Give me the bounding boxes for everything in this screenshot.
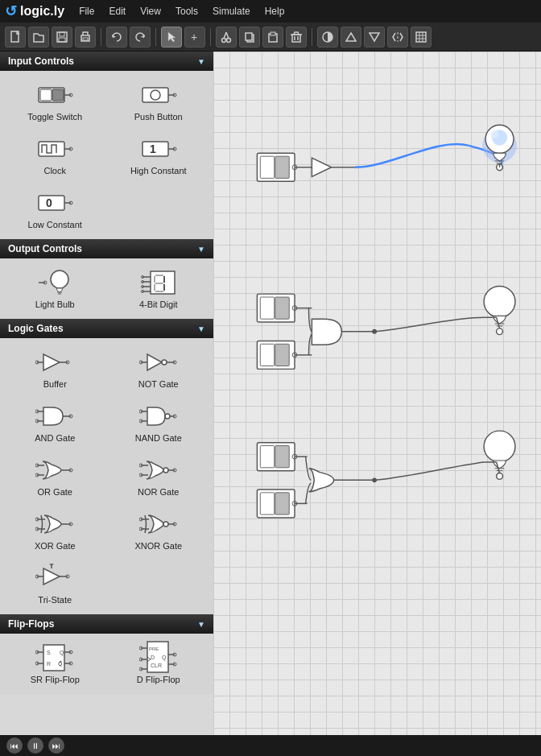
input-controls-content: Toggle Switch Push Button [0, 71, 213, 239]
nor-gate-icon [139, 456, 178, 485]
xnor-gate-item[interactable]: XNOR Gate [109, 505, 209, 556]
svg-line-10 [226, 32, 229, 39]
play-button[interactable]: ⏭ [48, 737, 64, 754]
svg-rect-14 [270, 32, 275, 35]
light-bulb-item[interactable]: Light Bulb [5, 263, 105, 314]
flip-flops-arrow: ▼ [197, 620, 205, 629]
cut-button[interactable] [216, 27, 237, 48]
clock-label: Clock [43, 166, 66, 176]
section-flip-flops[interactable]: Flip-Flops ▼ [0, 614, 213, 634]
tri-state-item[interactable]: Tri-State [5, 559, 105, 609]
grid-button[interactable] [411, 27, 432, 48]
svg-marker-159 [312, 158, 331, 176]
svg-point-7 [222, 38, 226, 42]
svg-point-116 [163, 522, 168, 527]
and-gate-icon [35, 402, 74, 431]
invert-button[interactable] [317, 27, 338, 48]
or-gate-item[interactable]: OR Gate [5, 451, 105, 502]
undo-button[interactable] [106, 27, 127, 48]
bottom-bar: ⏮ ⏸ ⏭ [0, 735, 541, 756]
xor-gate-item[interactable]: XOR Gate [5, 505, 105, 556]
print-button[interactable] [75, 27, 96, 48]
svg-rect-155 [260, 156, 274, 178]
svg-text:S: S [47, 650, 51, 655]
low-constant-item[interactable]: 0 Low Constant [5, 184, 105, 234]
wire-button[interactable]: + [184, 27, 205, 48]
menu-bar: ↺ logic.ly File Edit View Tools Simulate… [0, 0, 541, 23]
menu-simulate[interactable]: Simulate [206, 4, 257, 19]
svg-rect-15 [292, 35, 300, 42]
save-button[interactable] [52, 27, 72, 48]
svg-rect-59 [163, 284, 165, 291]
nand-gate-icon [139, 402, 178, 431]
copy-button[interactable] [239, 27, 260, 48]
svg-marker-21 [370, 33, 379, 41]
sr-flipflop-label: SR Flip-Flop [31, 675, 80, 684]
new-button[interactable] [5, 27, 26, 48]
app-logo: ↺ logic.ly [5, 2, 64, 20]
menu-tools[interactable]: Tools [169, 4, 204, 19]
rotate-down-button[interactable] [364, 27, 385, 48]
section-output-controls[interactable]: Output Controls ▼ [0, 239, 213, 258]
select-button[interactable] [161, 27, 182, 48]
svg-rect-171 [275, 297, 289, 319]
svg-rect-55 [154, 276, 155, 283]
sr-flipflop-icon: S R Q Q̄ [35, 643, 74, 672]
svg-rect-126 [43, 645, 64, 671]
clock-item[interactable]: Clock [5, 130, 105, 180]
nor-gate-item[interactable]: NOR Gate [109, 451, 209, 502]
svg-text:Q: Q [60, 650, 64, 656]
logo-icon: ↺ [5, 2, 17, 20]
svg-rect-30 [52, 89, 64, 101]
svg-rect-170 [260, 297, 274, 319]
svg-rect-29 [40, 89, 52, 101]
svg-point-34 [151, 90, 160, 100]
d-flipflop-item[interactable]: PRE D Q CLR [109, 638, 209, 689]
buffer-item[interactable]: Buffer [5, 343, 105, 394]
svg-text:PRE: PRE [149, 647, 159, 651]
sr-flipflop-item[interactable]: S R Q Q̄ [5, 638, 105, 689]
output-controls-content: Light Bulb [0, 258, 213, 319]
menu-edit[interactable]: Edit [102, 4, 132, 19]
not-gate-label: NOT Gate [138, 379, 179, 389]
flip-button[interactable] [387, 27, 408, 48]
svg-marker-76 [147, 354, 162, 370]
circuit-canvas[interactable] [213, 52, 541, 735]
rotate-up-button[interactable] [341, 27, 361, 48]
menu-file[interactable]: File [72, 4, 101, 19]
nand-gate-item[interactable]: NAND Gate [109, 397, 209, 448]
and-gate-item[interactable]: AND Gate [5, 397, 105, 448]
paste-button[interactable] [262, 27, 283, 48]
svg-text:CLR: CLR [151, 663, 162, 668]
open-button[interactable] [28, 27, 49, 48]
flip-flops-label: Flip-Flops [8, 618, 54, 630]
high-constant-icon: 1 [139, 134, 178, 163]
nand-gate-label: NAND Gate [135, 433, 182, 443]
high-constant-label: High Constant [130, 166, 187, 176]
section-input-controls[interactable]: Input Controls ▼ [0, 52, 213, 71]
4bit-digit-item[interactable]: 4-Bit Digit [109, 263, 209, 314]
output-controls-label: Output Controls [8, 243, 82, 254]
main-area: Input Controls ▼ Toggle Switch [0, 52, 541, 735]
tri-state-label: Tri-State [38, 595, 72, 605]
svg-line-9 [224, 32, 226, 39]
menu-help[interactable]: Help [258, 4, 291, 19]
high-constant-item[interactable]: 1 High Constant [109, 130, 209, 180]
svg-point-50 [51, 271, 68, 288]
redo-button[interactable] [130, 27, 151, 48]
menu-view[interactable]: View [134, 4, 167, 19]
toggle-switch-item[interactable]: Toggle Switch [5, 76, 105, 126]
canvas-area[interactable] [213, 52, 541, 735]
push-button-item[interactable]: Push Button [109, 76, 209, 126]
pause-button[interactable]: ⏸ [27, 737, 43, 754]
delete-button[interactable] [286, 27, 307, 48]
not-gate-item[interactable]: NOT Gate [109, 343, 209, 394]
svg-rect-60 [155, 291, 163, 292]
or-gate-icon [35, 456, 74, 485]
svg-text:+: + [191, 31, 197, 43]
svg-rect-192 [275, 493, 289, 514]
section-logic-gates[interactable]: Logic Gates ▼ [0, 319, 213, 338]
logic-gates-label: Logic Gates [8, 323, 64, 334]
rewind-button[interactable]: ⏮ [6, 737, 23, 754]
4bit-digit-label: 4-Bit Digit [139, 300, 178, 309]
